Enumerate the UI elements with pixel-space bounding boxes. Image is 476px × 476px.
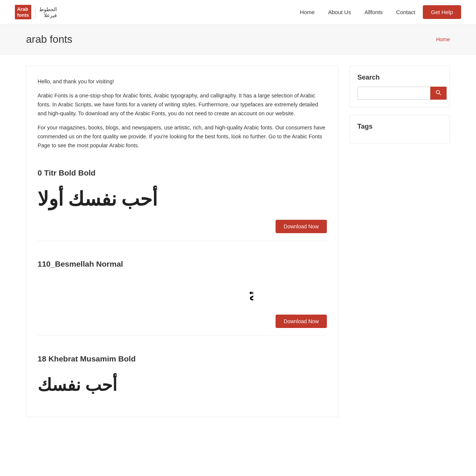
download-wrap-1: Download Now xyxy=(38,220,327,233)
intro-greeting: Hello, and thank you for visiting! xyxy=(38,77,327,86)
svg-line-2 xyxy=(439,93,441,95)
font-preview-text-3: أحب نفسك xyxy=(38,375,117,395)
font-preview-text-1: أحب نفسك أولا xyxy=(38,188,157,210)
tags-title: Tags xyxy=(357,123,442,131)
search-icon xyxy=(436,90,441,95)
download-wrap-2: Download Now xyxy=(38,315,327,328)
logo-red-text: Arabfonts xyxy=(15,5,31,19)
search-widget: Search xyxy=(350,66,450,107)
font-title-2: 110_Besmellah Normal xyxy=(38,260,327,268)
svg-text:بِسۡمِ ٱللَّهِ عَشْق مُوَالِد : بِسۡمِ ٱللَّهِ عَشْق مُوَالِد ٱللَّهِ تَ… xyxy=(246,284,253,307)
font-entry-2: 110_Besmellah Normal بِسۡمِ ٱللَّهِ عَشْ… xyxy=(38,252,327,328)
logo[interactable]: Arabfonts الحطوطفيرعلا xyxy=(15,5,57,19)
download-btn-2[interactable]: Download Now xyxy=(276,315,327,328)
main-layout: Hello, and thank you for visiting! Arabi… xyxy=(0,55,476,428)
logo-divider xyxy=(35,6,35,18)
logo-arabic: الحطوطفيرعلا xyxy=(39,6,57,18)
font-title-3: 18 Khebrat Musamim Bold xyxy=(38,354,327,363)
font-title-1: 0 Titr Bold Bold xyxy=(38,168,327,177)
nav-gethelp[interactable]: Get Help xyxy=(423,5,461,19)
nav-contact[interactable]: Contact xyxy=(390,6,421,18)
breadcrumb-home[interactable]: Home xyxy=(436,36,450,42)
tags-widget: Tags xyxy=(350,115,450,144)
page-title: arab fonts xyxy=(26,33,73,45)
divider-1 xyxy=(38,241,327,241)
search-button[interactable] xyxy=(430,87,447,100)
main-nav: Home About Us Allfonts Contact Get Help xyxy=(294,5,461,19)
search-input[interactable] xyxy=(357,87,430,100)
search-row xyxy=(357,87,442,100)
nav-allfonts[interactable]: Allfonts xyxy=(358,6,389,18)
intro-para2: For your magazines, books, blogs, and ne… xyxy=(38,123,327,150)
font-entry-1: 0 Titr Bold Bold أحب نفسك أولا Download … xyxy=(38,161,327,233)
font-preview-1: أحب نفسك أولا xyxy=(38,184,327,214)
download-btn-1[interactable]: Download Now xyxy=(276,220,327,233)
nav-home[interactable]: Home xyxy=(294,6,321,18)
divider-2 xyxy=(38,335,327,336)
font-entry-3: 18 Khebrat Musamim Bold أحب نفسك xyxy=(38,347,327,400)
content-area: Hello, and thank you for visiting! Arabi… xyxy=(26,66,338,417)
search-title: Search xyxy=(357,74,442,81)
intro-block: Hello, and thank you for visiting! Arabi… xyxy=(38,77,327,150)
intro-para1: Arabic Fonts is a one-stop-shop for Arab… xyxy=(38,91,327,118)
font-preview-3: أحب نفسك xyxy=(38,370,327,400)
sidebar: Search Tags xyxy=(350,66,450,417)
nav-about[interactable]: About Us xyxy=(322,6,357,18)
font-preview-2: بِسۡمِ ٱللَّهِ عَشْق مُوَالِد ٱللَّهِ تَ… xyxy=(38,275,253,309)
besmellah-svg: بِسۡمِ ٱللَّهِ عَشْق مُوَالِد ٱللَّهِ تَ… xyxy=(38,275,253,309)
breadcrumb-section: arab fonts Home xyxy=(0,25,476,55)
